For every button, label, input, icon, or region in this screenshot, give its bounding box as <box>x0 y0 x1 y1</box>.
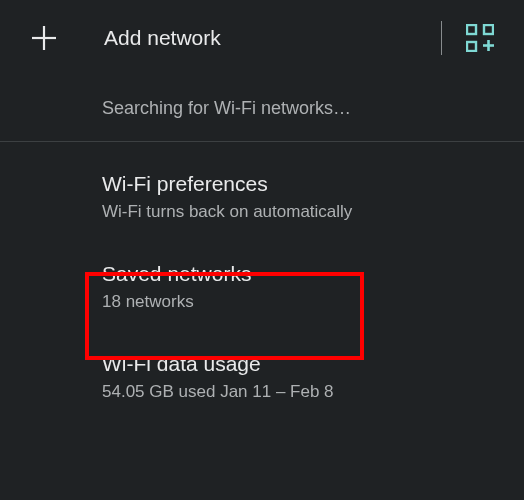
item-subtitle: Wi-Fi turns back on automatically <box>102 202 504 222</box>
item-subtitle: 54.05 GB used Jan 11 – Feb 8 <box>102 382 504 402</box>
settings-list: Wi-Fi preferences Wi-Fi turns back on au… <box>0 142 524 422</box>
item-title: Wi-Fi preferences <box>102 172 504 196</box>
wifi-searching-status: Searching for Wi-Fi networks… <box>0 76 524 141</box>
wifi-preferences-item[interactable]: Wi-Fi preferences Wi-Fi turns back on au… <box>0 152 524 242</box>
add-network-label[interactable]: Add network <box>104 26 433 50</box>
item-subtitle: 18 networks <box>102 292 504 312</box>
header-row: Add network <box>0 0 524 76</box>
item-title: Saved networks <box>102 262 504 286</box>
qr-scan-icon[interactable] <box>460 18 500 58</box>
item-title: Wi-Fi data usage <box>102 352 504 376</box>
svg-rect-4 <box>467 42 476 51</box>
add-network-icon[interactable] <box>22 16 66 60</box>
svg-rect-2 <box>467 25 476 34</box>
saved-networks-item[interactable]: Saved networks 18 networks <box>0 242 524 332</box>
wifi-data-usage-item[interactable]: Wi-Fi data usage 54.05 GB used Jan 11 – … <box>0 332 524 422</box>
header-separator <box>441 21 442 55</box>
svg-rect-3 <box>484 25 493 34</box>
